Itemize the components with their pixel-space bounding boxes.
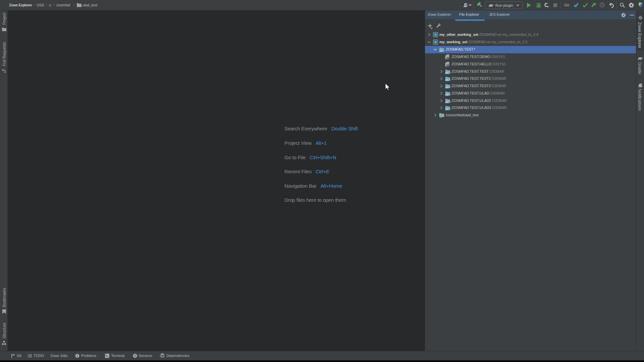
svg-text:Z: Z [639,16,641,19]
svg-text:DS: DS [445,72,449,74]
svg-text:DS: DS [445,94,449,96]
svg-text:DS: DS [439,50,443,52]
svg-text:DS: DS [445,79,449,81]
svg-text:DS: DS [447,65,449,67]
svg-text:DS: DS [445,108,449,110]
svg-text:DS: DS [445,101,449,103]
svg-text:DS: DS [447,57,449,59]
svg-text:DS: DS [445,86,449,88]
